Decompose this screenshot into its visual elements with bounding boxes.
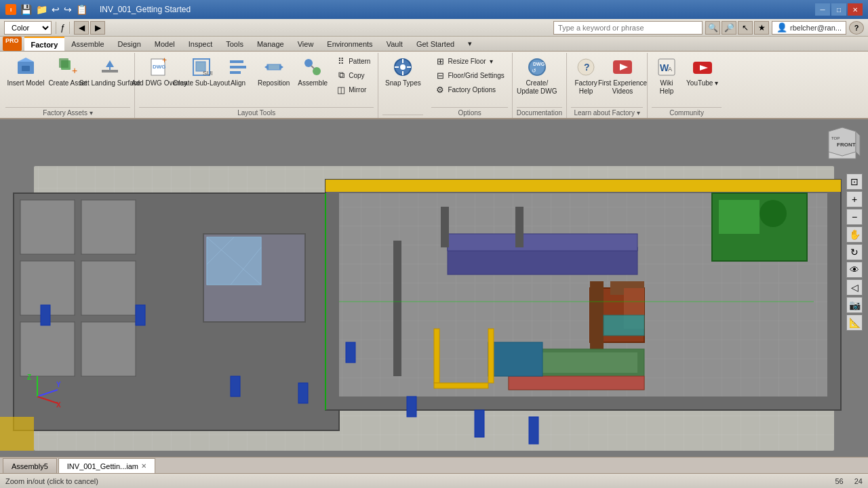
restore-button[interactable]: □	[831, 3, 846, 16]
create-update-dwg-button[interactable]: DWG↺ Create/Update DWG	[517, 54, 557, 98]
quick-save[interactable]: 💾	[20, 4, 32, 15]
create-sublayout-button[interactable]: SUB Create Sub-Layout	[181, 54, 222, 89]
coord-x: 56	[835, 477, 844, 485]
tab-inv001-close[interactable]: ✕	[141, 462, 146, 470]
menu-assemble[interactable]: Assemble	[64, 37, 111, 51]
community-label: Community	[652, 107, 722, 117]
menu-extra[interactable]: ▾	[461, 37, 479, 51]
svg-rect-18	[267, 64, 281, 70]
quick-redo[interactable]: ↪	[64, 4, 72, 15]
window-title: INV_001_Getting Started	[100, 5, 191, 14]
svg-text:FRONT: FRONT	[837, 142, 856, 148]
assemble-button[interactable]: Assemble	[294, 54, 331, 89]
minimize-button[interactable]: ─	[815, 3, 830, 16]
ribbon: Insert Model + Create Asset Set Landing …	[0, 52, 868, 119]
expand-left-icon[interactable]: ◀	[74, 21, 89, 35]
search-icon[interactable]: 🔍	[705, 21, 720, 35]
svg-rect-73	[604, 315, 644, 336]
look-at-button[interactable]: 👁	[846, 262, 863, 278]
svg-rect-77	[488, 342, 542, 376]
color-selector[interactable]: Color	[4, 21, 52, 35]
copy-button[interactable]: ⧉ Copy	[332, 68, 374, 82]
tab-inv001-label: INV_001_Gettin...iam	[67, 462, 138, 470]
first-experience-icon	[612, 56, 633, 78]
pan-button[interactable]: ✋	[846, 226, 863, 243]
menu-get-started[interactable]: Get Started	[410, 37, 461, 51]
wiki-help-button[interactable]: WA WikiHelp	[652, 54, 682, 98]
viewport[interactable]: Z Y X FRONT TOP ⊡ + −	[0, 119, 868, 457]
svg-rect-90	[475, 410, 484, 437]
insert-model-button[interactable]: Insert Model	[5, 54, 46, 89]
reposition-button[interactable]: Reposition	[254, 54, 293, 89]
tab-assembly5-label: Assembly5	[12, 462, 48, 470]
svg-rect-17	[230, 71, 241, 74]
expand-right-icon[interactable]: ▶	[90, 21, 105, 35]
fit-all-button[interactable]: ⊡	[846, 174, 863, 190]
orbit-button[interactable]: ↻	[846, 244, 863, 260]
quick-undo[interactable]: ↩	[52, 4, 60, 15]
svg-point-25	[400, 64, 406, 70]
svg-marker-7	[106, 60, 114, 67]
svg-marker-1	[18, 58, 34, 62]
pattern-button[interactable]: ⠿ Pattern	[332, 54, 374, 68]
floor-grid-settings-button[interactable]: ⊟ Floor/Grid Settings	[431, 68, 507, 82]
status-coords: 56 24	[835, 477, 863, 485]
menu-manage[interactable]: Manage	[250, 37, 291, 51]
camera-button[interactable]: 📷	[846, 297, 863, 313]
ribbon-group-learn: ? FactoryHelp First ExperienceVideos Lea…	[568, 53, 648, 118]
factory-help-button[interactable]: ? FactoryHelp	[571, 54, 601, 98]
svg-rect-85	[136, 305, 145, 325]
set-landing-icon	[99, 56, 121, 78]
previous-view-button[interactable]: ◁	[846, 279, 863, 296]
menu-inspect[interactable]: Inspect	[182, 37, 219, 51]
resize-floor-label: Resize Floor	[448, 58, 486, 65]
svg-rect-82	[441, 207, 449, 247]
reposition-icon	[263, 56, 285, 78]
menu-factory[interactable]: Factory	[24, 37, 65, 51]
ribbon-group-snap: Snap Types	[380, 53, 427, 118]
resize-floor-button[interactable]: ⊞ Resize Floor ▾	[431, 54, 507, 68]
menu-tools[interactable]: Tools	[219, 37, 250, 51]
formula-icon: ƒ	[60, 22, 65, 33]
favorites-icon[interactable]: ★	[754, 21, 769, 35]
wiki-help-label: WikiHelp	[660, 79, 674, 96]
close-button[interactable]: ✕	[848, 3, 863, 16]
create-update-dwg-icon: DWG↺	[526, 56, 548, 78]
menu-model[interactable]: Model	[148, 37, 182, 51]
youtube-button[interactable]: YouTube ▾	[683, 54, 722, 89]
zoom-in-button[interactable]: +	[846, 191, 863, 207]
help-button[interactable]: ?	[849, 21, 864, 35]
align-button[interactable]: Align	[223, 54, 253, 89]
quick-misc[interactable]: 📋	[76, 4, 87, 15]
options-column: ⊞ Resize Floor ▾ ⊟ Floor/Grid Settings ⚙…	[431, 54, 507, 96]
floor-grid-label: Floor/Grid Settings	[448, 72, 504, 79]
set-landing-surface-button[interactable]: Set Landing Surface	[90, 54, 130, 89]
menu-design[interactable]: Design	[111, 37, 148, 51]
viewcube[interactable]: FRONT TOP	[822, 125, 863, 165]
tab-inv001[interactable]: INV_001_Gettin...iam ✕	[58, 458, 155, 473]
youtube-label: YouTube ▾	[686, 79, 718, 87]
snap-types-label: Snap Types	[385, 79, 421, 87]
coord-y: 24	[854, 477, 863, 485]
svg-rect-88	[346, 342, 355, 363]
snap-types-button[interactable]: Snap Types	[382, 54, 423, 89]
ribbon-group-options: ⊞ Resize Floor ▾ ⊟ Floor/Grid Settings ⚙…	[429, 53, 512, 118]
svg-rect-91	[529, 417, 538, 444]
zoom-out-button[interactable]: −	[846, 209, 863, 225]
first-experience-videos-button[interactable]: First ExperienceVideos	[602, 54, 643, 98]
select-icon[interactable]: ↖	[738, 21, 753, 35]
factory-options-button[interactable]: ⚙ Factory Options	[431, 83, 507, 96]
quick-open[interactable]: 📁	[36, 4, 47, 15]
menu-environments[interactable]: Environments	[320, 37, 379, 51]
tab-assembly5[interactable]: Assembly5	[3, 458, 57, 473]
mirror-button[interactable]: ◫ Mirror	[332, 83, 374, 96]
wiki-help-icon: WA	[656, 56, 677, 78]
search-input[interactable]	[553, 21, 703, 35]
menu-view[interactable]: View	[291, 37, 321, 51]
measure-button[interactable]: 📐	[846, 314, 863, 331]
resize-floor-dropdown[interactable]: ▾	[490, 58, 493, 65]
menu-vault[interactable]: Vault	[380, 37, 410, 51]
zoom-icon[interactable]: 🔎	[722, 21, 736, 35]
svg-rect-81	[393, 241, 401, 376]
assemble-label: Assemble	[298, 79, 328, 87]
